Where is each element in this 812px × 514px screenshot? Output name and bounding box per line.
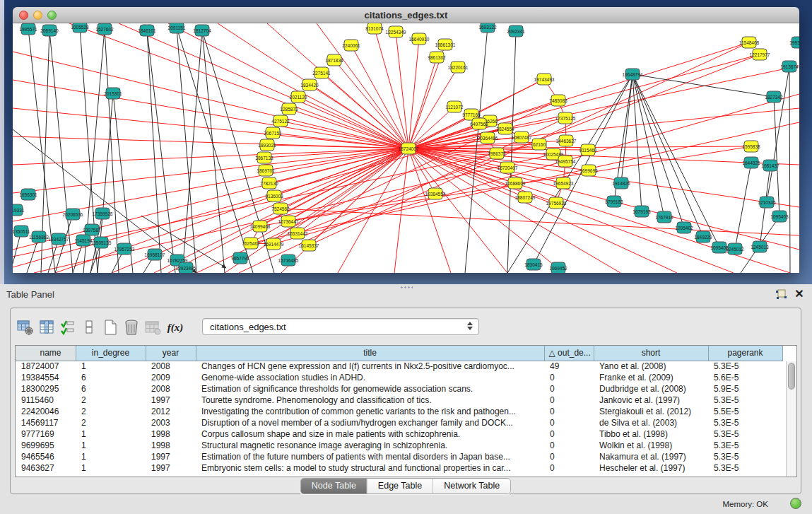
scrollbar-thumb[interactable] <box>788 363 795 390</box>
cell-in_degree[interactable]: 2 <box>76 395 146 406</box>
graph-node[interactable]: 10807487 <box>512 132 532 143</box>
graph-node[interactable]: 8799183 <box>605 196 623 207</box>
graph-node[interactable]: 11548408 <box>739 37 760 48</box>
table-row[interactable]: 2242004622012Investigating the contribut… <box>16 406 782 417</box>
cell-name[interactable]: 22420046 <box>16 406 76 417</box>
graph-node[interactable]: 2092341 <box>507 25 525 37</box>
window-titlebar[interactable]: citations_edges.txt <box>13 7 799 23</box>
graph-node[interactable]: 1679193 <box>632 206 651 217</box>
cell-pagerank[interactable]: 5.5E-5 <box>708 406 782 417</box>
graph-node[interactable]: 19495754 <box>555 156 576 167</box>
graph-node[interactable]: 9397587 <box>83 224 101 235</box>
cell-in_degree[interactable]: 6 <box>76 383 146 395</box>
cell-year[interactable]: 1998 <box>146 428 196 440</box>
graph-node[interactable]: 12342757 <box>49 233 69 245</box>
graph-node[interactable]: 1644825 <box>742 157 760 168</box>
cell-in_degree[interactable]: 2 <box>76 406 146 417</box>
graph-node[interactable]: 9136003 <box>265 190 283 201</box>
graph-node[interactable]: 62160 <box>532 139 546 150</box>
cell-name[interactable]: 9777169 <box>16 428 76 440</box>
delete-table-icon[interactable] <box>142 317 163 337</box>
graph-node[interactable]: 1871834 <box>325 54 343 66</box>
tab-edge-table[interactable]: Edge Table <box>367 479 433 493</box>
memory-status-indicator[interactable] <box>790 498 801 509</box>
cell-year[interactable]: 2009 <box>146 372 196 383</box>
cell-name[interactable]: 14569117 <box>16 417 76 428</box>
graph-node[interactable]: 19654923 <box>553 177 574 189</box>
graph-node[interactable]: 10688609 <box>505 177 526 189</box>
graph-node[interactable]: 2021120 <box>290 91 307 103</box>
cell-short[interactable]: Franke et al. (2009) <box>594 372 708 383</box>
cell-short[interactable]: Jankovic et al. (1997) <box>594 395 708 406</box>
cell-in_degree[interactable]: 1 <box>76 361 146 372</box>
graph-node[interactable]: 1121072 <box>446 101 464 112</box>
graph-node[interactable]: 1995571 <box>19 23 37 35</box>
float-panel-icon[interactable] <box>775 288 787 300</box>
graph-node[interactable]: 1830415 <box>524 259 543 270</box>
cell-title[interactable]: Disruption of a novel member of a sodium… <box>196 417 544 428</box>
graph-node[interactable]: 1095402 <box>675 222 693 233</box>
cell-out_degree[interactable]: 0 <box>544 372 594 383</box>
graph-node[interactable]: 20364486 <box>478 132 498 144</box>
column-header-name[interactable]: name <box>16 346 76 361</box>
cell-in_degree[interactable]: 1 <box>76 451 146 462</box>
show-columns-icon[interactable] <box>36 317 57 337</box>
graph-node[interactable]: 1350511 <box>13 226 30 237</box>
cell-pagerank[interactable]: 5.3E-5 <box>708 462 782 474</box>
panel-resize-grip[interactable] <box>400 286 413 289</box>
column-header-out_degree[interactable]: △ out_de... <box>544 346 594 361</box>
graph-node[interactable]: 17359928 <box>93 208 113 219</box>
cell-pagerank[interactable]: 5.3E-5 <box>708 440 782 451</box>
cell-pagerank[interactable]: 5.3E-5 <box>708 451 782 462</box>
graph-node[interactable]: 2240061 <box>342 40 360 51</box>
graph-node[interactable]: 11156863 <box>29 231 49 243</box>
graph-node[interactable]: 1095403 <box>770 211 789 222</box>
cell-title[interactable]: Embryonic stem cells: a model to study s… <box>196 462 544 474</box>
graph-node[interactable]: 12217977 <box>750 49 770 60</box>
graph-node[interactable]: 9657791 <box>231 252 249 264</box>
cell-in_degree[interactable]: 1 <box>76 462 146 474</box>
graph-node[interactable]: 9119331 <box>13 204 25 216</box>
graph-node[interactable]: 1527602 <box>95 23 114 35</box>
modify-table-icon[interactable] <box>15 317 36 337</box>
graph-node[interactable]: 16720407 <box>498 162 518 173</box>
graph-node[interactable]: 2015301 <box>104 88 122 99</box>
cell-pagerank[interactable]: 5.9E-5 <box>708 383 782 395</box>
graph-node[interactable]: 6497568 <box>470 118 488 129</box>
tab-node-table[interactable]: Node Table <box>301 479 367 493</box>
cell-title[interactable]: Structural magnetic resonance image aver… <box>196 440 544 451</box>
graph-node[interactable]: 16958107 <box>145 249 165 260</box>
cell-year[interactable]: 2008 <box>146 361 196 372</box>
cell-year[interactable]: 2003 <box>146 417 196 428</box>
graph-node[interactable]: 1656301 <box>19 189 37 200</box>
cell-out_degree[interactable]: 0 <box>544 440 594 451</box>
network-canvas[interactable]: 1872400722400611871834227514118344202021… <box>13 23 799 273</box>
graph-node[interactable]: 16914479 <box>264 238 284 250</box>
cell-in_degree[interactable]: 6 <box>76 372 146 383</box>
cell-short[interactable]: Tibbo et al. (1998) <box>594 428 708 440</box>
graph-node[interactable]: 12923485 <box>176 262 196 273</box>
cell-title[interactable]: Investigating the contribution of common… <box>196 406 544 417</box>
graph-node[interactable]: 16640910 <box>409 33 430 45</box>
graph-node[interactable]: 1005528 <box>71 23 89 33</box>
column-header-pagerank[interactable]: pagerank <box>708 346 782 361</box>
table-row[interactable]: 946554611997Estimation of the future num… <box>16 451 782 462</box>
cell-name[interactable]: 18300295 <box>16 383 76 395</box>
table-row[interactable]: 1938455462009Genome-wide association stu… <box>16 372 782 383</box>
graph-node[interactable]: 1869701 <box>257 165 275 176</box>
function-builder-icon[interactable]: f(x) <box>163 317 187 337</box>
cell-year[interactable]: 1997 <box>146 395 196 406</box>
graph-node[interactable]: 2275141 <box>312 67 331 78</box>
table-row[interactable]: 977716911998Corpus callosum shape and si… <box>16 428 782 440</box>
graph-node[interactable]: 1069452 <box>549 262 567 273</box>
graph-node[interactable]: 1285873 <box>280 103 298 115</box>
cell-title[interactable]: Estimation of the future numbers of pati… <box>196 451 544 462</box>
cell-short[interactable]: Wolkin et al. (1998) <box>594 440 708 451</box>
cell-out_degree[interactable]: 0 <box>544 428 594 440</box>
cell-short[interactable]: Yano et al. (2008) <box>594 361 708 372</box>
graph-node[interactable]: 1834420 <box>300 79 319 90</box>
graph-node[interactable]: 3824554 <box>496 123 514 134</box>
graph-node[interactable]: 7625402 <box>242 238 260 249</box>
graph-node[interactable]: 1767919 <box>655 211 673 223</box>
graph-node[interactable]: 18807249 <box>515 192 536 203</box>
